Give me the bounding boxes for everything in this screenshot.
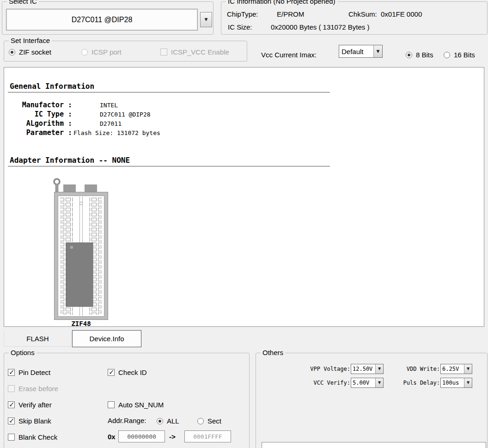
checkbox-verify-after[interactable]: Verify after [8,401,52,409]
radio-dot [444,52,450,58]
checkbox-blank-check-label: Blank Check [18,433,57,441]
radio-dot [9,49,15,55]
checkbox-erase-before-label: Erase before [18,385,58,393]
dropdown-button[interactable]: ▼ [464,364,472,374]
info-row-value: INTEL [72,102,118,109]
radio-icsp-port-label: ICSP port [92,48,122,56]
info-row-label: IC Type : [10,110,72,118]
checkbox-skip-blank[interactable]: Skip Blank [8,417,51,425]
checkbox-box [8,417,15,424]
chksum-label: ChkSum: [348,10,377,18]
set-interface-group-label: Set Interface [9,37,52,44]
checkbox-box [160,49,167,55]
general-information-header: Genenal Information [10,82,94,91]
vcc-verify-value: 5.00V [351,378,375,387]
vcc-current-value: Default [339,45,373,57]
chevron-down-icon: ▼ [467,381,470,385]
info-row: Parameter :Flash Size: 131072 bytes [10,129,160,137]
puls-delay-label: Puls Delay: [376,380,440,386]
hex-prefix-label: 0x [108,433,116,441]
radio-addr-all[interactable]: ALL [157,417,179,425]
vdd-write-label: VDD Write: [376,366,440,372]
radio-zif-socket-label: ZIF socket [19,48,51,56]
socket-label: ZIF48 [52,320,110,327]
set-interface-group: Set Interface ZIF socket ICSP port ICSP_… [4,41,247,61]
vdd-write-value: 6.25V [441,364,464,374]
ic-size-value: 0x20000 Bytes ( 131072 Bytes ) [271,23,369,31]
device-info-panel: Genenal Information Manufactor :INTEL IC… [4,67,484,327]
select-ic-combobox[interactable]: D27C011 @DIP28 [6,9,198,31]
radio-dot [157,418,163,424]
select-ic-group-label: Select IC [7,0,39,5]
checkbox-icsp-vcc-enable: ICSP_VCC Enable [160,48,229,56]
radio-addr-sect-label: Sect [207,417,221,425]
dropdown-button[interactable]: ▼ [373,45,382,57]
tab-flash-label: FLASH [26,335,49,343]
selected-ic-text: D27C011 @DIP28 [72,16,133,24]
dropdown-button[interactable]: ▼ [464,378,472,387]
vcc-verify-label: VCC Verify: [274,380,350,386]
addr-arrow-label: -> [169,433,176,441]
checkbox-blank-check[interactable]: Blank Check [8,433,57,441]
tab-device-info[interactable]: Device.Info [72,330,141,347]
checkbox-box [108,369,115,376]
info-row-label: Manufactor : [10,101,72,109]
radio-8-bits-label: 8 Bits [416,51,433,59]
info-row-label: Parameter : [10,129,72,137]
radio-8-bits[interactable]: 8 Bits [406,51,433,59]
addr-end-input[interactable] [184,430,231,442]
vpp-voltage-label: VPP Voltage: [274,366,350,372]
checkbox-verify-after-label: Verify after [18,401,52,409]
chevron-down-icon: ▼ [377,49,380,54]
radio-16-bits[interactable]: 16 Bits [444,51,475,59]
info-row: IC Type :D27C011 @DIP28 [10,110,151,118]
chevron-down-icon: ▼ [467,367,470,371]
tab-device-info-label: Device.Info [89,335,124,343]
chip-type-label: ChipType: [227,10,258,18]
puls-delay-value: 100us [441,378,464,387]
divider [8,92,330,92]
addr-start-input[interactable] [118,430,165,442]
vcc-current-label: Vcc Current Imax: [261,51,317,59]
checkbox-erase-before: Erase before [8,385,58,393]
radio-dot [81,49,88,55]
zif-socket-graphic [52,177,110,321]
info-row: Manufactor :INTEL [10,101,118,109]
programmer-window: { "select_ic": { "group_label": "Select … [0,0,488,448]
ic-size-label: IC Size: [228,23,252,31]
select-ic-dropdown-button[interactable]: ▼ [200,12,212,27]
info-row-value: D27011 [72,120,122,127]
chip-type-value: E/PROM [277,10,304,18]
checkbox-auto-sn-num-label: Auto SN_NUM [118,401,164,409]
checkbox-check-id[interactable]: Check ID [108,368,147,376]
checkbox-skip-blank-label: Skip Blank [18,417,51,425]
vdd-write-dropdown[interactable]: 6.25V ▼ [440,364,472,374]
options-group: Options Pin Detect Check ID Erase before… [4,353,250,448]
checkbox-check-id-label: Check ID [118,368,147,376]
log-panel [262,442,486,448]
ic-information-group-label: IC Information (No Project opened) [226,0,337,5]
ic-information-group: IC Information (No Project opened) ChipT… [221,1,488,35]
tab-flash[interactable]: FLASH [4,331,72,347]
adapter-information-header: Adapter Information -- NONE [10,156,130,165]
chevron-down-icon: ▼ [205,18,208,22]
select-ic-group: Select IC D27C011 @DIP28 ▼ [2,1,214,35]
others-group-label: Others [261,349,285,356]
radio-addr-all-label: ALL [167,417,179,425]
radio-addr-sect[interactable]: Sect [197,417,221,425]
radio-icsp-port: ICSP port [81,48,122,56]
addr-range-label: Addr.Range: [108,417,146,424]
puls-delay-dropdown[interactable]: 100us ▼ [440,378,472,388]
others-group: Others VPP Voltage: 12.50V ▼ VDD Write: … [256,353,488,448]
checkbox-pin-detect[interactable]: Pin Detect [8,368,50,376]
chksum-value: 0x01FE 0000 [381,10,422,18]
divider [8,166,330,166]
radio-zif-socket[interactable]: ZIF socket [9,48,51,56]
options-group-label: Options [9,349,37,356]
checkbox-box [8,401,15,408]
radio-16-bits-label: 16 Bits [454,51,475,59]
vcc-current-dropdown[interactable]: Default ▼ [339,45,383,58]
checkbox-pin-detect-label: Pin Detect [18,368,50,376]
checkbox-auto-sn-num[interactable]: Auto SN_NUM [108,401,164,409]
checkbox-icsp-vcc-label: ICSP_VCC Enable [171,48,229,56]
